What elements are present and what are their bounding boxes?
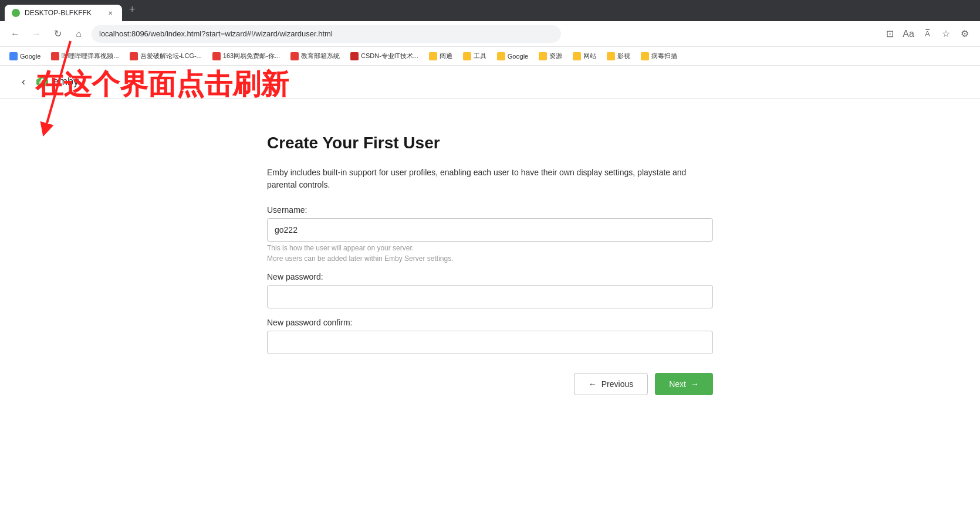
tab-favicon: [12, 9, 20, 17]
bookmark-csdn[interactable]: CSDN-专业IT技术...: [346, 49, 423, 63]
bookmark-label: Google: [20, 53, 40, 60]
bookmark-label: 163网易免费邮-你...: [223, 52, 280, 60]
username-label: Username:: [267, 205, 713, 215]
emby-back-button[interactable]: ‹: [14, 73, 33, 91]
new-tab-button[interactable]: +: [127, 4, 138, 16]
back-button[interactable]: ←: [7, 26, 23, 42]
forward-button[interactable]: →: [28, 26, 45, 42]
bookmark-label: Google: [508, 53, 528, 60]
next-label: Next: [669, 379, 686, 389]
bookmark-folder-icon: [539, 52, 547, 60]
address-bar[interactable]: localhost:8096/web/index.html?start=wiza…: [92, 25, 561, 43]
page-description: Emby includes built-in support for user …: [267, 167, 713, 191]
bookmark-icon: [9, 52, 18, 60]
url-text: localhost:8096/web/index.html?start=wiza…: [99, 29, 333, 38]
previous-arrow-icon: ←: [589, 379, 597, 389]
bookmark-virus[interactable]: 病毒扫描: [636, 49, 682, 63]
bookmark-icon: [290, 52, 299, 60]
password-confirm-label: New password confirm:: [267, 318, 713, 327]
next-arrow-icon: →: [691, 379, 699, 389]
bookmark-folder-icon: [463, 52, 471, 60]
home-button[interactable]: ⌂: [70, 26, 87, 42]
bookmark-label: 阔通: [440, 52, 452, 60]
bookmark-kuotong[interactable]: 阔通: [424, 49, 457, 63]
password-group: New password:: [267, 272, 713, 308]
bookmark-folder-icon: [429, 52, 437, 60]
bookmark-label: 病毒扫描: [651, 52, 677, 60]
username-group: Username: This is how the user will appe…: [267, 205, 713, 263]
bookmark-icon: [350, 52, 359, 60]
tab-title: DESKTOP-BLFKFFK: [25, 9, 92, 17]
bookmark-folder-icon: [497, 52, 505, 60]
bookmark-label: 哔哩哔哩弹幕视频...: [62, 52, 119, 60]
password-confirm-input[interactable]: [267, 331, 713, 354]
username-hint1: This is how the user will appear on your…: [267, 244, 713, 252]
username-input[interactable]: [267, 218, 713, 242]
navigation-bar: ← → ↻ ⌂ localhost:8096/web/index.html?st…: [0, 21, 980, 47]
nav-right-buttons: ⊡ Aa A̅ ☆ ⚙: [881, 26, 973, 42]
bookmark-button[interactable]: ☆: [938, 26, 954, 42]
bookmark-website[interactable]: 网站: [568, 49, 601, 63]
bookmark-folder-icon: [607, 52, 615, 60]
bookmark-label: 影视: [617, 52, 630, 60]
bookmark-icon: [130, 52, 138, 60]
bookmark-label: 教育部箱系统: [301, 52, 340, 60]
previous-label: Previous: [601, 379, 633, 389]
tab-bar: DESKTOP-BLFKFFK ✕ +: [0, 0, 980, 21]
bookmark-icon: [51, 52, 59, 60]
password-input[interactable]: [267, 285, 713, 308]
tab-close-button[interactable]: ✕: [106, 8, 115, 18]
previous-button[interactable]: ← Previous: [574, 373, 648, 395]
cast-button[interactable]: ⊡: [881, 26, 898, 42]
bookmark-label: 工具: [474, 52, 486, 60]
password-label: New password:: [267, 272, 713, 281]
active-tab[interactable]: DESKTOP-BLFKFFK ✕: [5, 5, 122, 21]
emby-logo: emby: [35, 75, 79, 89]
main-content: Create Your First User Emby includes bui…: [0, 99, 980, 506]
reader-view-button[interactable]: A̅: [919, 26, 935, 42]
page-title: Create Your First User: [267, 134, 713, 152]
emby-logo-text: emby: [53, 76, 79, 88]
bookmark-bilibili[interactable]: 哔哩哔哩弹幕视频...: [46, 49, 123, 63]
bookmark-tools[interactable]: 工具: [458, 49, 491, 63]
bookmark-google[interactable]: Google: [5, 50, 45, 63]
bookmark-icon: [212, 52, 221, 60]
bookmark-label: CSDN-专业IT技术...: [361, 52, 418, 60]
bookmark-52pojie[interactable]: 吾爱破解论坛-LCG-...: [125, 49, 207, 63]
bookmark-google2[interactable]: Google: [492, 50, 533, 63]
bookmarks-bar: Google 哔哩哔哩弹幕视频... 吾爱破解论坛-LCG-... 163网易免…: [0, 47, 980, 66]
bookmark-label: 吾爱破解论坛-LCG-...: [140, 52, 202, 60]
bookmark-edu[interactable]: 教育部箱系统: [286, 49, 344, 63]
next-button[interactable]: Next →: [655, 373, 713, 395]
emby-logo-icon: [35, 75, 49, 89]
translate-button[interactable]: Aa: [900, 26, 917, 42]
bookmark-movies[interactable]: 影视: [602, 49, 635, 63]
page-content: ‹ emby Create Your First User Emby inclu…: [0, 66, 980, 506]
form-container: Create Your First User Emby includes bui…: [267, 134, 713, 395]
reload-button[interactable]: ↻: [49, 26, 66, 42]
password-confirm-group: New password confirm:: [267, 318, 713, 354]
username-hint2: More users can be added later within Emb…: [267, 254, 713, 263]
emby-header: ‹ emby: [0, 66, 980, 99]
bookmark-folder-icon: [573, 52, 581, 60]
bookmark-label: 网站: [583, 52, 596, 60]
bookmark-163mail[interactable]: 163网易免费邮-你...: [208, 49, 285, 63]
bookmark-label: 资源: [549, 52, 562, 60]
bookmark-folder-icon: [641, 52, 649, 60]
extensions-button[interactable]: ⚙: [957, 26, 973, 42]
button-row: ← Previous Next →: [267, 373, 713, 395]
bookmark-resources[interactable]: 资源: [534, 49, 567, 63]
